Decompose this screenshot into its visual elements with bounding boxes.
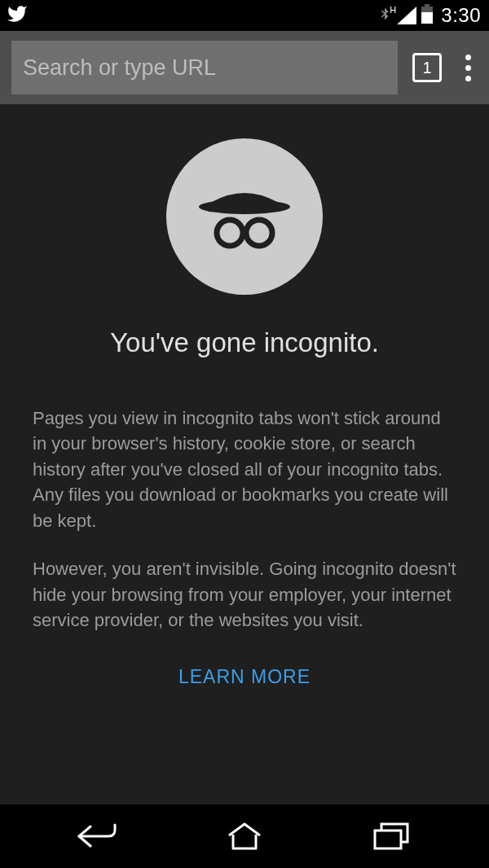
signal-icon: H: [397, 7, 416, 24]
status-bar: H 3:30: [0, 0, 489, 31]
svg-point-4: [217, 220, 243, 246]
incognito-description: Pages you view in incognito tabs won't s…: [33, 406, 456, 633]
tab-count: 1: [422, 59, 431, 77]
svg-point-5: [246, 220, 272, 246]
svg-rect-6: [375, 831, 401, 848]
incognito-landing: You've gone incognito. Pages you view in…: [0, 104, 489, 804]
tab-switcher-button[interactable]: 1: [412, 53, 442, 82]
twitter-notification-icon: [7, 3, 28, 28]
url-bar[interactable]: [11, 41, 398, 94]
back-button[interactable]: [65, 816, 130, 857]
incognito-paragraph-2: However, you aren't invisible. Going inc…: [33, 556, 456, 633]
home-button[interactable]: [212, 816, 277, 857]
incognito-icon: [166, 138, 323, 295]
overflow-menu-button[interactable]: [456, 51, 479, 85]
system-nav-bar: [0, 804, 489, 868]
network-type-label: H: [390, 5, 396, 15]
learn-more-link[interactable]: LEARN MORE: [178, 666, 311, 688]
svg-point-3: [199, 199, 290, 214]
url-input[interactable]: [23, 55, 386, 81]
browser-toolbar: 1: [0, 31, 489, 104]
svg-rect-1: [421, 12, 433, 24]
incognito-heading: You've gone incognito.: [110, 327, 379, 358]
recents-button[interactable]: [359, 816, 424, 857]
incognito-paragraph-1: Pages you view in incognito tabs won't s…: [33, 406, 456, 533]
clock: 3:30: [441, 4, 481, 27]
battery-icon: [421, 4, 433, 27]
svg-rect-2: [425, 4, 430, 7]
